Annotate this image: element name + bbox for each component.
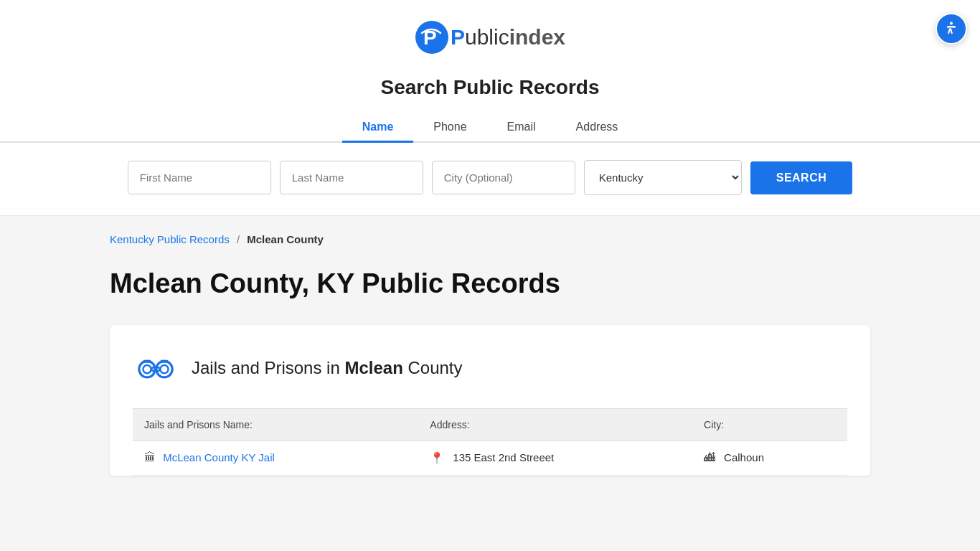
logo-graphic: P (415, 20, 449, 55)
city-icon: 🏙 (704, 451, 715, 464)
col-address: Address: (418, 409, 692, 441)
search-section: Search Public Records Name Phone Email A… (0, 69, 980, 215)
tab-phone[interactable]: Phone (413, 113, 486, 143)
state-select[interactable]: Kentucky Alabama Alaska Arizona Arkansas… (584, 160, 742, 195)
svg-point-6 (160, 365, 168, 373)
jail-icon: 🏛 (144, 451, 156, 463)
svg-point-5 (156, 361, 172, 377)
svg-rect-8 (143, 360, 151, 363)
jail-name-link[interactable]: McLean County KY Jail (163, 451, 275, 463)
jails-prisons-card: Jails and Prisons in Mclean County Jails… (110, 325, 870, 476)
breadcrumb-current: Mclean County (247, 233, 324, 245)
main-content: Kentucky Public Records / Mclean County … (81, 216, 899, 510)
tab-email[interactable]: Email (487, 113, 556, 143)
col-city: City: (692, 409, 847, 441)
location-icon: 📍 (430, 451, 444, 465)
logo-p: P (451, 25, 465, 50)
table-header-row: Jails and Prisons Name: Address: City: (133, 409, 847, 441)
logo[interactable]: P Publicindex (415, 20, 565, 55)
svg-point-3 (139, 361, 155, 377)
jails-prisons-icon (133, 345, 179, 391)
breadcrumb-separator: / (237, 233, 240, 245)
search-inputs-row: Kentucky Alabama Alaska Arizona Arkansas… (0, 160, 980, 195)
first-name-input[interactable] (128, 161, 271, 194)
breadcrumb-link[interactable]: Kentucky Public Records (110, 233, 230, 245)
last-name-input[interactable] (280, 161, 423, 194)
search-title: Search Public Records (0, 69, 980, 99)
svg-point-4 (143, 365, 151, 373)
search-tabs: Name Phone Email Address (0, 113, 980, 143)
jail-city: Calhoun (724, 451, 764, 463)
jail-address: 135 East 2nd Streeet (453, 451, 554, 463)
svg-point-0 (950, 22, 953, 25)
logo-ublic: ublic (465, 25, 509, 50)
tab-address[interactable]: Address (556, 113, 639, 143)
page-heading: Mclean County, KY Public Records (110, 268, 870, 299)
jail-address-cell: 📍 135 East 2nd Streeet (418, 441, 692, 476)
jail-name-cell: 🏛 McLean County KY Jail (133, 441, 418, 476)
header: P Publicindex Search Public Records Name… (0, 0, 980, 216)
jail-city-cell: 🏙 Calhoun (692, 441, 847, 476)
accessibility-button[interactable] (936, 13, 967, 44)
jails-prisons-title: Jails and Prisons in Mclean County (192, 358, 463, 378)
city-input[interactable] (432, 161, 575, 194)
table-row: 🏛 McLean County KY Jail 📍 135 East 2nd S… (133, 441, 847, 476)
logo-index: index (509, 25, 565, 50)
tab-name[interactable]: Name (342, 113, 414, 143)
jails-prisons-section-header: Jails and Prisons in Mclean County (133, 345, 847, 391)
jails-prisons-table: Jails and Prisons Name: Address: City: 🏛… (133, 408, 847, 476)
accessibility-icon (943, 20, 960, 37)
search-button[interactable]: SEARCH (750, 161, 853, 194)
col-name: Jails and Prisons Name: (133, 409, 418, 441)
breadcrumb: Kentucky Public Records / Mclean County (110, 233, 870, 245)
svg-rect-9 (160, 360, 168, 363)
